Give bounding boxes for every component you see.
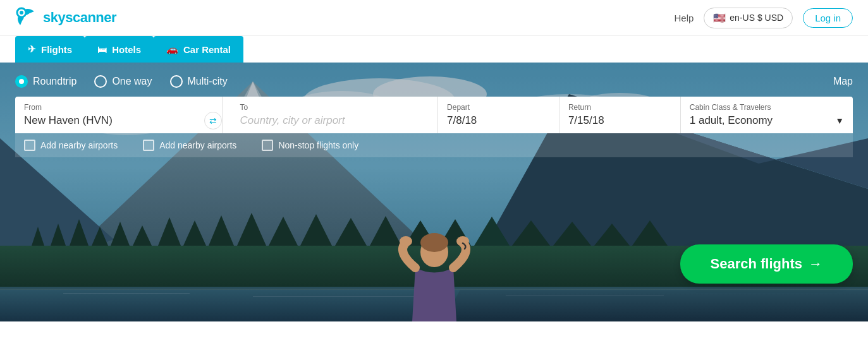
radio-roundtrip-circle [15,75,28,88]
depart-field[interactable]: Depart 7/8/18 [438,97,559,133]
tab-flights[interactable]: ✈ Flights [15,36,85,63]
to-label: To [240,103,429,112]
from-field[interactable]: From New Haven (HVN) ⇄ [15,97,223,133]
roundtrip-label: Roundtrip [33,76,76,87]
hero-person-illustration [371,195,498,321]
swap-button[interactable]: ⇄ [204,112,222,129]
flag-icon: 🇺🇸 [713,12,726,24]
plane-icon: ✈ [28,44,36,55]
fields-row: From New Haven (HVN) ⇄ To Country, city … [15,97,853,133]
checkbox-nearby-from-box [24,140,35,151]
cabin-label: Cabin Class & Travelers [690,103,844,112]
search-arrow-icon: → [809,256,822,272]
from-value: New Haven (HVN) [24,114,113,127]
to-placeholder: Country, city or airport [240,114,429,127]
depart-value: 7/8/18 [447,114,550,127]
checkbox-nearby-to[interactable]: Add nearby airports [143,140,236,151]
cabin-field[interactable]: Cabin Class & Travelers 1 adult, Economy… [681,97,853,133]
oneway-label: One way [112,76,152,87]
return-value: 7/15/18 [568,114,671,127]
multicity-label: Multi-city [188,76,228,87]
search-flights-label: Search flights [711,256,802,272]
logo-text: skyscanner [43,9,116,26]
return-field[interactable]: Return 7/15/18 [559,97,681,133]
svg-point-1 [20,11,23,15]
hotel-icon: 🛏 [97,44,107,55]
map-link[interactable]: Map [833,76,853,87]
options-row: Add nearby airports Add nearby airports … [15,133,853,157]
hero-section: Roundtrip One way Multi-city Map From Ne… [0,63,868,321]
svg-point-46 [456,236,469,246]
from-label: From [24,103,213,112]
checkbox-nearby-from[interactable]: Add nearby airports [24,140,118,151]
trip-type-row: Roundtrip One way Multi-city Map [15,75,853,88]
radio-roundtrip[interactable]: Roundtrip [15,75,76,88]
login-button[interactable]: Log in [803,8,853,28]
checkbox-nearby-from-label: Add nearby airports [40,140,118,150]
cabin-dropdown-arrow: ▼ [835,116,844,126]
svg-point-44 [420,233,448,252]
radio-multicity-circle [170,75,183,88]
checkbox-nonstop-box [262,140,273,151]
help-link[interactable]: Help [674,13,694,23]
logo-area: skyscanner [15,6,116,29]
skyscanner-logo-icon [15,6,38,29]
checkbox-nonstop[interactable]: Non-stop flights only [262,140,358,151]
tab-hotels-label: Hotels [112,44,141,55]
radio-oneway[interactable]: One way [94,75,152,88]
to-field[interactable]: To Country, city or airport [223,97,439,133]
checkbox-nonstop-label: Non-stop flights only [278,140,358,150]
tab-hotels[interactable]: 🛏 Hotels [85,36,154,63]
depart-label: Depart [447,103,550,112]
radio-oneway-circle [94,75,107,88]
nav-tabs: ✈ Flights 🛏 Hotels 🚗 Car Rental [0,36,868,63]
search-btn-wrapper: Search flights → [680,244,853,284]
tab-car-label: Car Rental [183,44,231,55]
tab-flights-label: Flights [41,44,72,55]
header: skyscanner Help 🇺🇸 en-US $ USD Log in [0,0,868,36]
return-label: Return [568,103,671,112]
checkbox-nearby-to-box [143,140,154,151]
search-panel: Roundtrip One way Multi-city Map From Ne… [0,63,868,157]
from-wrapper: New Haven (HVN) ⇄ [24,114,213,127]
cabin-row: 1 adult, Economy ▼ [690,114,844,127]
checkbox-nearby-to-label: Add nearby airports [159,140,236,150]
car-icon: 🚗 [166,44,178,55]
tab-car-rental[interactable]: 🚗 Car Rental [154,36,243,63]
locale-label: en-US $ USD [730,13,783,23]
radio-multicity[interactable]: Multi-city [170,75,228,88]
svg-point-45 [400,236,412,246]
trip-types: Roundtrip One way Multi-city [15,75,228,88]
header-right: Help 🇺🇸 en-US $ USD Log in [674,8,853,28]
search-flights-button[interactable]: Search flights → [680,244,853,284]
locale-button[interactable]: 🇺🇸 en-US $ USD [704,8,793,28]
cabin-value: 1 adult, Economy [690,114,773,127]
